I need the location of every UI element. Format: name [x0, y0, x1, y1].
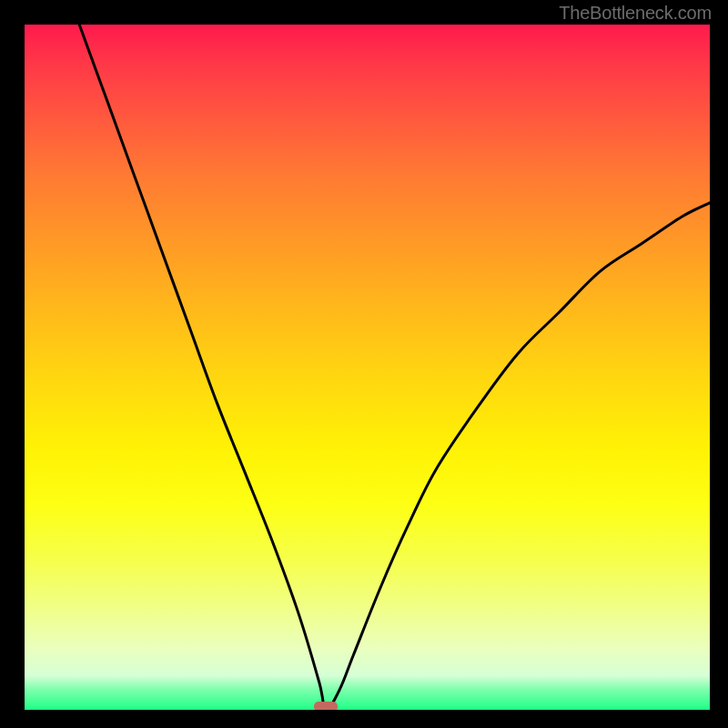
bottleneck-curve: [25, 25, 710, 710]
frame-border: [0, 710, 728, 728]
chart-plot-area: [25, 25, 710, 710]
watermark-text: TheBottleneck.com: [559, 3, 712, 24]
frame-border: [710, 0, 728, 728]
frame-border: [0, 0, 25, 728]
